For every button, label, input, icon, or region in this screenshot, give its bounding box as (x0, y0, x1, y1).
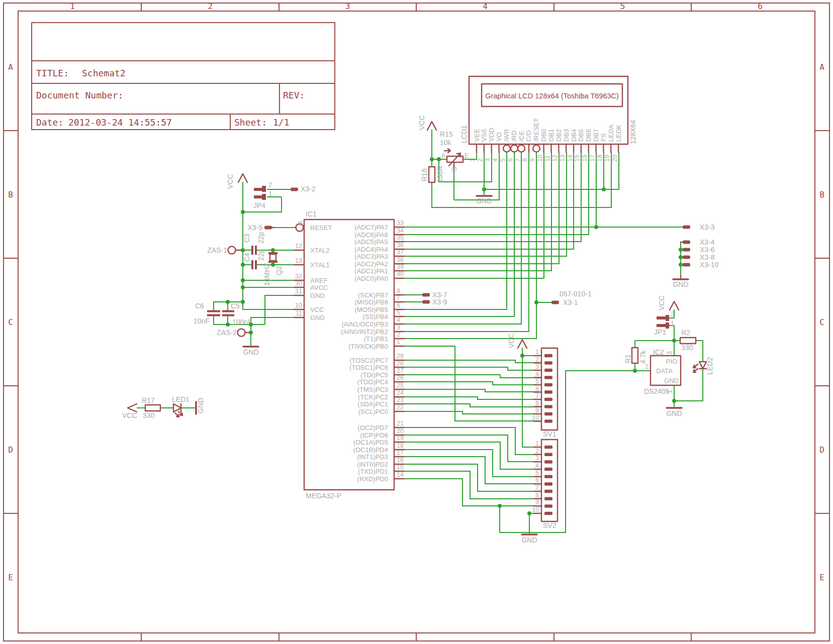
sv2-pin-number: 10 (532, 506, 539, 513)
r15-terminal-s: S (451, 167, 458, 171)
mcu-pin-name: (AIN0/INT2)PB2 (341, 328, 388, 336)
ds2405-pin-pio: PIO (666, 358, 677, 365)
junction-dot (520, 354, 524, 358)
schematic-canvas: 123456AABBCCDDEE TITLE: Schemat2 Documen… (0, 0, 833, 644)
led2-triangle (699, 362, 706, 369)
c3-refdes: C3 (243, 234, 251, 243)
junction-dot (226, 323, 230, 327)
gnd-label-ds2405: GND (666, 409, 682, 417)
mcu-pin-number: 23 (397, 396, 404, 403)
x3-10-label: X3-10 (700, 261, 719, 269)
lcd-pin-labels: 1VEE2VSS3VDD4VO5/WR6/RD7/CE8C/D9/RESET10… (470, 118, 622, 162)
x3-9-pad (422, 300, 430, 304)
ds2405-pin2-number: 2 (645, 363, 649, 370)
mcu-pin-name: (T1)PB1 (364, 335, 388, 343)
jp1-jumper (657, 315, 669, 329)
c3-value: 22p (257, 232, 265, 244)
lcd-pin-number: 3 (484, 158, 491, 162)
jp4-pin1-number: 1 (268, 190, 272, 197)
mcu-pin-name: (INT0)PD2 (357, 461, 388, 468)
gnd-label-lcd: GND (476, 197, 492, 205)
junction-dot (271, 248, 275, 252)
jp1-plate-top (666, 315, 669, 321)
frame-row-label-right: E (819, 573, 824, 582)
resistor-r1-body (632, 348, 638, 363)
frame-column-label: 4 (483, 2, 488, 11)
lcd-pin-number: 8 (521, 158, 528, 162)
lcd-pin-name: LEDA (607, 125, 615, 142)
mcu-pin-number: 18 (397, 442, 404, 449)
vcc-label-sv1: VCC (507, 333, 515, 348)
led2-emission-arrows (693, 364, 698, 372)
mcu-pin-name: (MOSI)PB5 (355, 306, 388, 313)
frame-row-label-right: B (819, 190, 824, 199)
x3-7-pad (422, 293, 430, 297)
x3-8-label: X3-8 (700, 253, 715, 261)
r1-value: 4.7k (639, 350, 647, 364)
mcu-pin-name: (ADC0)PA0 (354, 275, 388, 282)
sheet-label: Sheet: (234, 117, 267, 128)
mcu-pin-number: 28 (397, 360, 404, 367)
mcu-pin-number: 39 (397, 263, 404, 270)
mcu-pin-number: 6 (397, 302, 400, 309)
c4-value: 22p (257, 249, 265, 261)
lcd-pin-name: /RD (510, 131, 518, 142)
capacitor-c5-plates (222, 311, 234, 315)
capacitor-c3-plates (252, 246, 256, 255)
mcu-pin-name: (TOSC2)PC7 (349, 357, 388, 364)
mcu-pin-name: AREF (310, 277, 328, 284)
frame-row-label-left: D (8, 445, 13, 455)
mcu-pin-number: 31 (295, 288, 302, 295)
junction-dot (534, 300, 538, 304)
mcu-pin-number: 12 (295, 243, 302, 250)
mcu-pin-number: 25 (397, 382, 404, 389)
mcu-pin-name: (RXD)PD0 (357, 475, 388, 483)
mcu-pin-name: VCC (310, 306, 324, 313)
x3-10-pad (683, 263, 690, 267)
mcu-pin-name: (MISO)PB6 (355, 298, 388, 306)
mcu-pin-number: 35 (397, 234, 404, 241)
sv2-pin-number: 4 (535, 462, 539, 469)
ds2405-pin-gnd: GND (664, 377, 679, 384)
lcd-pin-number: 14 (567, 155, 574, 162)
lcd-pin-name: /WR (503, 129, 510, 142)
junction-dot (241, 285, 245, 289)
resistor-r16-body (429, 167, 435, 182)
junction-dot (226, 300, 230, 304)
lcd-rd-inversion-bubble (511, 145, 518, 152)
mcu-pin-number: 16 (397, 457, 404, 464)
mcu-refdes: IC1 (306, 210, 317, 218)
sv1-pin-number: 1 (535, 349, 539, 356)
mcu-pin-number: 4 (397, 316, 400, 324)
r15-value: 10k (440, 139, 452, 147)
lcd-pin-number: 18 (596, 155, 603, 162)
mcu-pin-number: 9 (299, 220, 302, 227)
mcu-pin-number: 32 (295, 273, 302, 280)
components (128, 76, 706, 534)
mcu-pin-name: (OC1B)PD4 (353, 446, 388, 454)
mcu-pin-number: 22 (397, 404, 404, 411)
frame-outer-border (4, 3, 829, 641)
mcu-part-name: MEGA32-P (306, 492, 341, 500)
x3-part-number: 057-010-1 (560, 290, 592, 298)
lcd-pin-name: DB4 (570, 129, 578, 142)
mcu-pin-name: (TMS)PC3 (357, 386, 388, 393)
capacitor-c6-plates (207, 311, 220, 315)
x3-9-label: X3-9 (432, 298, 447, 306)
lcd-pin-name: /RESET (532, 118, 540, 142)
sheet-value: 1/1 (273, 117, 290, 128)
mcu-pin-number: 34 (397, 227, 404, 234)
x3-5-label: X3-5 (247, 224, 262, 232)
mcu-pin-name: (ADC1)PA1 (354, 267, 388, 275)
ds2405-pin1-number: 1 (666, 390, 673, 393)
lcd-net-wires (404, 152, 683, 339)
mcu-pin-name: XTAL1 (310, 261, 330, 269)
mcu-pin-name: (SS)PB4 (362, 313, 388, 320)
mcu-pin-number: 33 (397, 220, 404, 227)
r17-value: 330 (143, 411, 155, 419)
mcu-pin-number: 27 (397, 367, 404, 374)
mcu-pin-number: 29 (397, 353, 404, 360)
junction-dot (672, 399, 676, 403)
zas2-pad-circle (238, 329, 245, 337)
lcd-pin-name: LEDK (615, 125, 622, 142)
